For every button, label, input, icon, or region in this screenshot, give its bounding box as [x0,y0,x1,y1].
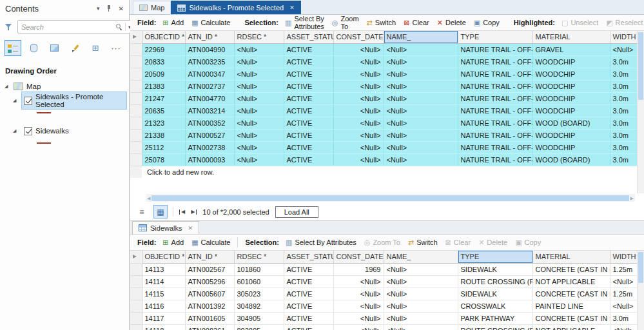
copy-button[interactable]: ▣Copy [471,17,503,28]
column-header[interactable]: ASSET_STATUS [284,251,333,263]
table-row[interactable]: 14116ATN001392304892ACTIVE<Null><Null>CR… [130,300,638,312]
cell[interactable]: 3.0m [610,68,638,80]
expander-icon[interactable]: ◢ [13,128,19,133]
zoom-to-button[interactable]: ◎Zoom To [329,14,362,32]
column-header[interactable]: ASSET_STATUS [284,31,333,43]
row-selector[interactable] [130,300,142,312]
column-header[interactable]: WIDTH [610,251,638,263]
table-row[interactable]: 14114ATN005296601060ACTIVE<Null><Null>RO… [130,275,638,287]
row-selector[interactable] [130,117,142,129]
cell[interactable]: <Null> [333,275,384,287]
close-icon[interactable]: ✕ [188,225,193,231]
select-all-corner[interactable] [130,251,142,263]
cell[interactable]: 21338 [142,129,185,141]
cell[interactable]: <Null> [384,92,458,104]
cell[interactable]: <Null> [384,80,458,92]
row-selector[interactable] [130,43,142,55]
row-selector[interactable] [130,324,142,330]
cell[interactable]: WOOD (BOARD) [532,153,610,166]
column-header[interactable]: NAME_ [384,31,458,43]
cell[interactable]: <Null> [333,104,384,117]
cell[interactable]: 14115 [142,287,185,300]
cell[interactable]: ACTIVE [284,43,333,55]
cell[interactable]: <Null> [333,68,384,80]
cell[interactable]: ACTIVE [284,104,333,117]
cell[interactable]: ATN001605 [185,312,234,324]
row-selector[interactable] [130,153,142,166]
cell[interactable]: CONCRETE (CAST IN PLA [532,312,610,324]
cell[interactable]: 3.0m [610,92,638,104]
cell[interactable]: 305023 [234,287,284,300]
cell[interactable]: NATURE TRAIL - OFF-RO [458,92,532,104]
load-all-button[interactable]: Load All [275,206,318,218]
cell[interactable]: <Null> [333,300,384,312]
cell[interactable]: 21247 [142,92,185,104]
table-row[interactable]: 21383ATN002737<Null>ACTIVE<Null><Null>NA… [130,80,638,92]
cell[interactable]: <Null> [384,43,458,55]
column-header[interactable]: OBJECTID * [142,251,185,263]
cell[interactable]: <Null> [234,80,284,92]
column-header[interactable]: ATN_ID * [185,251,234,263]
row-selector[interactable] [130,312,142,324]
cell[interactable]: <Null> [333,129,384,141]
cell[interactable]: ATN002738 [185,141,234,153]
cell[interactable]: ACTIVE [284,300,333,312]
search-box[interactable]: ▾ [17,20,135,34]
cell[interactable]: 14113 [142,263,185,275]
cell[interactable]: ATN008261 [185,324,234,330]
show-selected-records-button[interactable]: ▦ [154,206,167,218]
cell[interactable]: NATURE TRAIL - OFF-RO [458,55,532,68]
cell[interactable]: 14117 [142,312,185,324]
first-record-button[interactable]: ◀ [179,209,185,215]
add-new-row[interactable]: Click to add new row. [130,166,638,179]
last-record-button[interactable]: ▶ [191,209,197,215]
cell[interactable]: 3.0m [610,153,638,166]
layer-visibility-checkbox[interactable] [24,127,32,135]
list-by-data-source-button[interactable] [26,41,41,55]
cell[interactable]: <Null> [610,324,638,330]
table-row[interactable]: 25112ATN002738<Null>ACTIVE<Null><Null>NA… [130,141,638,153]
cell[interactable]: 3.0m [610,117,638,129]
cell[interactable]: ROUTE CROSSING (REGU [458,275,532,287]
cell[interactable]: ACTIVE [284,92,333,104]
cell[interactable]: NOT APPLICABLE [532,275,610,287]
vertical-scrollbar[interactable] [637,251,644,330]
list-by-editing-button[interactable] [67,41,83,55]
cell[interactable]: WOODCHIP [532,141,610,153]
table-row[interactable]: 21323ATN000352<Null>ACTIVE<Null><Null>NA… [130,117,638,129]
cell[interactable]: ATN004770 [185,92,234,104]
horizontal-scrollbar[interactable]: ◀ ▶ [146,194,635,202]
cell[interactable]: NATURE TRAIL - OFF-RO [458,153,532,166]
row-selector[interactable] [130,263,142,275]
cell[interactable]: ACTIVE [284,324,333,330]
search-input[interactable] [21,23,113,31]
row-selector[interactable] [130,275,142,287]
cell[interactable]: <Null> [384,153,458,166]
row-selector[interactable] [130,92,142,104]
table-row[interactable]: 22969ATN004990<Null>ACTIVE<Null><Null>NA… [130,43,638,55]
cell[interactable]: <Null> [610,300,638,312]
tree-item-layer-sidewalks[interactable]: ◢ Sidewalks [0,124,129,137]
scrollbar-thumb[interactable] [638,32,643,100]
cell[interactable]: NATURE TRAIL - OFF-RO [458,43,532,55]
table-row[interactable]: 20509ATN000347<Null>ACTIVE<Null><Null>NA… [130,68,638,80]
cell[interactable]: WOODCHIP [532,92,610,104]
column-header[interactable]: TYPE [458,31,532,43]
cell[interactable]: 14114 [142,275,185,287]
copy-button[interactable]: ▣Copy [512,237,544,248]
column-header[interactable]: WIDTH [610,31,638,43]
expander-icon[interactable]: ◢ [13,98,19,103]
cell[interactable]: NATURE TRAIL - OFF-RO [458,117,532,129]
cell[interactable]: <Null> [234,117,284,129]
vertical-scrollbar[interactable] [637,31,644,193]
cell[interactable]: ATN003235 [185,55,234,68]
zoom-to-button[interactable]: ◎Zoom To [361,237,404,248]
table-row[interactable]: 14118ATN008261802805ACTIVE<Null><Null>RO… [130,324,638,330]
cell[interactable]: 1.25m [610,287,638,300]
search-icon[interactable] [115,23,122,30]
cell[interactable]: 3.0m [610,55,638,68]
cell[interactable]: ACTIVE [284,55,333,68]
cell[interactable]: ACTIVE [284,117,333,129]
cell[interactable]: ACTIVE [284,287,333,300]
layer-visibility-checkbox[interactable] [24,97,32,105]
